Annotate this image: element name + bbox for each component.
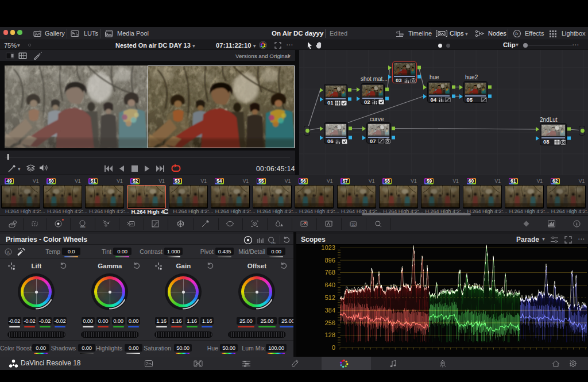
svg-text:LOG: LOG (271, 242, 276, 245)
svg-text:3D: 3D (351, 223, 356, 226)
svg-text:A: A (7, 250, 10, 255)
svg-text:HDR: HDR (80, 226, 86, 229)
svg-text:fx: fx (515, 31, 519, 36)
